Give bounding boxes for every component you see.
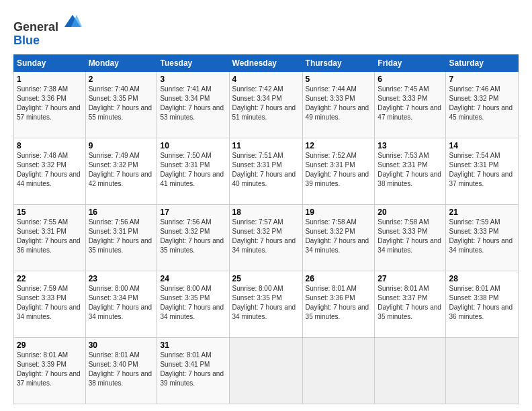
- day-info: Sunrise: 7:41 AM Sunset: 3:34 PM Dayligh…: [160, 85, 226, 122]
- day-number: 26: [306, 274, 372, 283]
- calendar-cell: 23 Sunrise: 8:00 AM Sunset: 3:34 PM Dayl…: [85, 271, 157, 337]
- calendar-week-3: 15 Sunrise: 7:55 AM Sunset: 3:31 PM Dayl…: [14, 204, 519, 271]
- logo-icon: [63, 12, 82, 31]
- logo-general-text: General: [13, 20, 58, 34]
- day-info: Sunrise: 8:00 AM Sunset: 3:35 PM Dayligh…: [160, 284, 226, 322]
- day-info: Sunrise: 7:56 AM Sunset: 3:31 PM Dayligh…: [89, 218, 154, 255]
- day-number: 11: [232, 141, 300, 150]
- calendar-cell: 14 Sunrise: 7:54 AM Sunset: 3:31 PM Dayl…: [446, 138, 519, 204]
- calendar-cell: 11 Sunrise: 7:51 AM Sunset: 3:31 PM Dayl…: [229, 138, 302, 204]
- calendar-cell: 24 Sunrise: 8:00 AM Sunset: 3:35 PM Dayl…: [157, 271, 229, 337]
- day-number: 14: [449, 141, 515, 150]
- calendar-cell: 26 Sunrise: 8:01 AM Sunset: 3:36 PM Dayl…: [302, 271, 375, 337]
- calendar-week-2: 8 Sunrise: 7:48 AM Sunset: 3:32 PM Dayli…: [14, 138, 519, 204]
- calendar-cell: 13 Sunrise: 7:53 AM Sunset: 3:31 PM Dayl…: [375, 138, 446, 204]
- day-number: 19: [306, 208, 372, 217]
- day-number: 6: [378, 75, 443, 84]
- day-info: Sunrise: 8:01 AM Sunset: 3:36 PM Dayligh…: [306, 284, 372, 322]
- day-info: Sunrise: 7:56 AM Sunset: 3:32 PM Dayligh…: [160, 218, 226, 255]
- calendar-cell: 25 Sunrise: 8:00 AM Sunset: 3:35 PM Dayl…: [229, 271, 302, 337]
- calendar-cell: 31 Sunrise: 8:01 AM Sunset: 3:41 PM Dayl…: [157, 337, 229, 404]
- calendar-cell: 1 Sunrise: 7:38 AM Sunset: 3:36 PM Dayli…: [14, 71, 86, 138]
- day-number: 30: [89, 340, 154, 350]
- calendar-cell: 17 Sunrise: 7:56 AM Sunset: 3:32 PM Dayl…: [157, 204, 229, 271]
- day-number: 4: [232, 75, 300, 84]
- day-info: Sunrise: 7:58 AM Sunset: 3:33 PM Dayligh…: [378, 218, 443, 255]
- day-info: Sunrise: 7:49 AM Sunset: 3:32 PM Dayligh…: [89, 151, 154, 189]
- day-info: Sunrise: 8:01 AM Sunset: 3:39 PM Dayligh…: [17, 351, 83, 388]
- day-number: 17: [160, 208, 226, 217]
- day-info: Sunrise: 7:42 AM Sunset: 3:34 PM Dayligh…: [232, 85, 300, 122]
- day-number: 15: [17, 208, 83, 217]
- day-info: Sunrise: 7:38 AM Sunset: 3:36 PM Dayligh…: [17, 85, 83, 122]
- day-info: Sunrise: 8:00 AM Sunset: 3:34 PM Dayligh…: [89, 284, 154, 322]
- day-number: 12: [306, 141, 372, 150]
- day-number: 5: [306, 75, 372, 84]
- day-number: 28: [449, 274, 515, 283]
- day-info: Sunrise: 8:01 AM Sunset: 3:41 PM Dayligh…: [160, 351, 226, 388]
- day-info: Sunrise: 7:50 AM Sunset: 3:31 PM Dayligh…: [160, 151, 226, 189]
- calendar-cell: 2 Sunrise: 7:40 AM Sunset: 3:35 PM Dayli…: [85, 71, 157, 138]
- day-info: Sunrise: 8:01 AM Sunset: 3:38 PM Dayligh…: [449, 284, 515, 322]
- calendar-week-4: 22 Sunrise: 7:59 AM Sunset: 3:33 PM Dayl…: [14, 271, 519, 337]
- day-info: Sunrise: 8:00 AM Sunset: 3:35 PM Dayligh…: [232, 284, 300, 322]
- calendar-cell: 10 Sunrise: 7:50 AM Sunset: 3:31 PM Dayl…: [157, 138, 229, 204]
- day-number: 18: [232, 208, 300, 217]
- day-number: 7: [449, 75, 515, 84]
- calendar-cell: 5 Sunrise: 7:44 AM Sunset: 3:33 PM Dayli…: [302, 71, 375, 138]
- day-header-monday: Monday: [85, 54, 157, 71]
- day-number: 1: [17, 75, 83, 84]
- calendar-cell: 21 Sunrise: 7:59 AM Sunset: 3:33 PM Dayl…: [446, 204, 519, 271]
- calendar-cell: [302, 337, 375, 404]
- calendar-week-1: 1 Sunrise: 7:38 AM Sunset: 3:36 PM Dayli…: [14, 71, 519, 138]
- day-header-sunday: Sunday: [14, 54, 86, 71]
- calendar-cell: 20 Sunrise: 7:58 AM Sunset: 3:33 PM Dayl…: [375, 204, 446, 271]
- calendar-cell: 16 Sunrise: 7:56 AM Sunset: 3:31 PM Dayl…: [85, 204, 157, 271]
- day-number: 23: [89, 274, 154, 283]
- day-number: 8: [17, 141, 83, 150]
- day-info: Sunrise: 7:59 AM Sunset: 3:33 PM Dayligh…: [17, 284, 83, 322]
- logo: General Blue: [13, 12, 82, 48]
- day-number: 2: [89, 75, 154, 84]
- day-info: Sunrise: 7:46 AM Sunset: 3:32 PM Dayligh…: [449, 85, 515, 122]
- day-info: Sunrise: 7:52 AM Sunset: 3:31 PM Dayligh…: [306, 151, 372, 189]
- calendar-cell: 8 Sunrise: 7:48 AM Sunset: 3:32 PM Dayli…: [14, 138, 86, 204]
- day-number: 10: [160, 141, 226, 150]
- day-header-friday: Friday: [375, 54, 446, 71]
- calendar-cell: 28 Sunrise: 8:01 AM Sunset: 3:38 PM Dayl…: [446, 271, 519, 337]
- calendar-table: SundayMondayTuesdayWednesdayThursdayFrid…: [13, 54, 519, 404]
- day-info: Sunrise: 7:45 AM Sunset: 3:33 PM Dayligh…: [378, 85, 443, 122]
- calendar-cell: [446, 337, 519, 404]
- day-number: 3: [160, 75, 226, 84]
- calendar-cell: 12 Sunrise: 7:52 AM Sunset: 3:31 PM Dayl…: [302, 138, 375, 204]
- calendar-cell: 4 Sunrise: 7:42 AM Sunset: 3:34 PM Dayli…: [229, 71, 302, 138]
- logo-blue-text: Blue: [13, 34, 40, 47]
- calendar-cell: 7 Sunrise: 7:46 AM Sunset: 3:32 PM Dayli…: [446, 71, 519, 138]
- calendar-cell: 3 Sunrise: 7:41 AM Sunset: 3:34 PM Dayli…: [157, 71, 229, 138]
- day-number: 29: [17, 340, 83, 350]
- day-header-thursday: Thursday: [302, 54, 375, 71]
- calendar-cell: 30 Sunrise: 8:01 AM Sunset: 3:40 PM Dayl…: [85, 337, 157, 404]
- day-number: 31: [160, 340, 226, 350]
- day-info: Sunrise: 8:01 AM Sunset: 3:40 PM Dayligh…: [89, 351, 154, 388]
- calendar-cell: 6 Sunrise: 7:45 AM Sunset: 3:33 PM Dayli…: [375, 71, 446, 138]
- calendar-cell: 19 Sunrise: 7:58 AM Sunset: 3:32 PM Dayl…: [302, 204, 375, 271]
- day-info: Sunrise: 7:58 AM Sunset: 3:32 PM Dayligh…: [306, 218, 372, 255]
- day-number: 13: [378, 141, 443, 150]
- calendar-cell: 27 Sunrise: 8:01 AM Sunset: 3:37 PM Dayl…: [375, 271, 446, 337]
- day-number: 9: [89, 141, 154, 150]
- day-number: 20: [378, 208, 443, 217]
- calendar-cell: [229, 337, 302, 404]
- calendar-cell: 9 Sunrise: 7:49 AM Sunset: 3:32 PM Dayli…: [85, 138, 157, 204]
- day-info: Sunrise: 7:59 AM Sunset: 3:33 PM Dayligh…: [449, 218, 515, 255]
- day-header-wednesday: Wednesday: [229, 54, 302, 71]
- day-info: Sunrise: 7:51 AM Sunset: 3:31 PM Dayligh…: [232, 151, 300, 189]
- day-info: Sunrise: 7:57 AM Sunset: 3:32 PM Dayligh…: [232, 218, 300, 255]
- calendar-cell: 18 Sunrise: 7:57 AM Sunset: 3:32 PM Dayl…: [229, 204, 302, 271]
- day-number: 24: [160, 274, 226, 283]
- calendar-cell: 22 Sunrise: 7:59 AM Sunset: 3:33 PM Dayl…: [14, 271, 86, 337]
- day-number: 27: [378, 274, 443, 283]
- day-info: Sunrise: 7:54 AM Sunset: 3:31 PM Dayligh…: [449, 151, 515, 189]
- calendar-cell: 29 Sunrise: 8:01 AM Sunset: 3:39 PM Dayl…: [14, 337, 86, 404]
- day-info: Sunrise: 7:55 AM Sunset: 3:31 PM Dayligh…: [17, 218, 83, 255]
